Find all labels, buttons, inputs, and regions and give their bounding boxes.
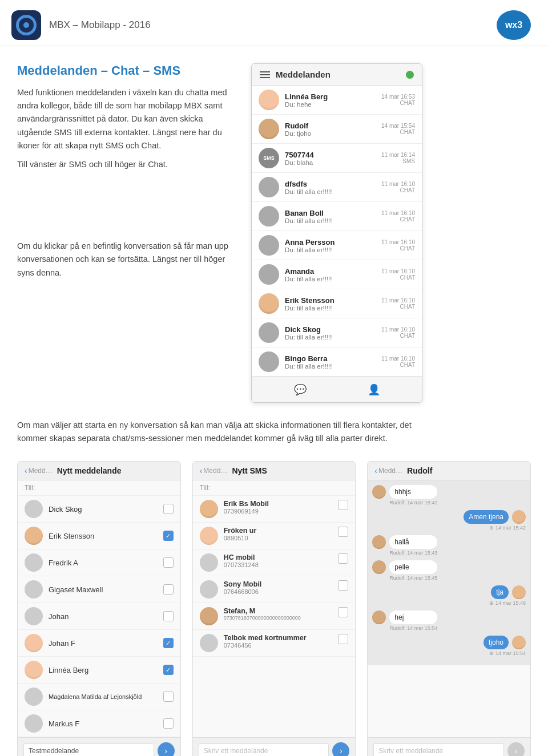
contact-item[interactable]: Markus F [18, 710, 180, 737]
avatar [372, 485, 386, 499]
phone-main-footer: 💬 👤 [252, 377, 422, 402]
checkbox[interactable] [163, 531, 174, 541]
back-button[interactable]: ‹ Medd… [374, 466, 402, 475]
sms-contact-item[interactable]: Telbok med kortnummer 07346456 [193, 630, 356, 657]
panel1-send-button[interactable]: › [158, 742, 175, 756]
panel3-body: hhhjs Rudolf, 14 mar 15:42 Amen tjena [368, 480, 530, 737]
panel2-header: ‹ Medd… Nytt SMS [193, 462, 356, 480]
sms-contact-item[interactable]: HC mobil 0707331248 [193, 549, 356, 576]
conv-info: 7507744 Du: blaha [285, 151, 376, 166]
panel3-title: Rudolf [407, 466, 432, 475]
list-item[interactable]: Dick Skog Du: till alla er!!!!! 11 mar 1… [252, 318, 422, 347]
contact-item[interactable]: Erik Stensson [18, 523, 180, 549]
middle-text: Om man väljer att starta en ny konversat… [17, 419, 417, 445]
checkbox[interactable] [163, 692, 174, 702]
checkbox[interactable] [163, 557, 174, 568]
list-item[interactable]: Anna Persson Du: till alla er!!!!! 11 ma… [252, 231, 422, 260]
avatar [200, 580, 218, 599]
chat-message: Amen tjena ⊕ 14 mar 15:42 [372, 510, 526, 531]
panel2-footer: Skriv ett meddelande › [193, 737, 356, 756]
panel3-header: ‹ Medd… Rudolf [368, 462, 530, 480]
section-title: Meddelanden – Chat – SMS [17, 63, 234, 78]
list-item[interactable]: Erik Stensson Du: till alla er!!!!! 11 m… [252, 289, 422, 318]
panel2-title: Nytt SMS [232, 466, 267, 475]
checkbox[interactable] [338, 580, 348, 591]
contact-item[interactable]: Johan [18, 603, 180, 630]
contact-item[interactable]: Fredrik A [18, 549, 180, 576]
to-label: Till: [193, 480, 356, 496]
sms-contact-item[interactable]: Sony Mobil 0764668006 [193, 576, 356, 603]
avatar [25, 688, 43, 706]
contact-item[interactable]: Linnéa Berg [18, 657, 180, 684]
avatar [25, 527, 43, 545]
avatar [25, 714, 43, 733]
panel3-send-button[interactable]: › [507, 742, 525, 756]
section-note: Till vänster är SMS och till höger är Ch… [17, 158, 234, 171]
chat-message: hallå Rudolf, 14 mar 15:43 [372, 535, 526, 556]
lower-text: Om du klickar på en befintlig konversati… [17, 240, 234, 280]
contact-item[interactable]: Gigaset Maxwell [18, 576, 180, 603]
contact-item[interactable]: Magdalena Matilda af Lejonskjöld [18, 684, 180, 710]
checkbox[interactable] [338, 553, 348, 564]
checkbox[interactable] [163, 504, 174, 514]
panel1-input[interactable]: Testmeddelande [23, 743, 154, 756]
hamburger-icon[interactable] [260, 71, 270, 78]
checkbox[interactable] [163, 611, 174, 621]
avatar [25, 634, 43, 652]
phone-main-header: Meddelanden [252, 64, 422, 86]
avatar [259, 235, 279, 256]
list-item[interactable]: Rudolf Du: tjoho 14 mar 15:54 CHAT [252, 115, 422, 144]
chat-message: pelle Rudolf, 14 mar 15:45 [372, 560, 526, 581]
phone-panels: ‹ Medd… Nytt meddelande Till: Dick Skog … [17, 461, 531, 756]
header-left: MBX – Mobilapp - 2016 [11, 10, 151, 40]
panel-chat-rudolf: ‹ Medd… Rudolf hhhjs Rudolf, 14 mar 15:4… [367, 461, 531, 756]
list-item[interactable]: dfsdfs Du: till alla er!!!!! 11 mar 16:1… [252, 173, 422, 202]
conv-info: Amanda Du: till alla er!!!!! [285, 267, 376, 282]
list-item[interactable]: Bingo Berra Du: till alla er!!!!! 11 mar… [252, 347, 422, 377]
avatar [25, 553, 43, 572]
chat-icon[interactable]: 👤 [366, 382, 382, 398]
avatar [259, 177, 279, 197]
list-item[interactable]: Amanda Du: till alla er!!!!! 11 mar 16:1… [252, 260, 422, 289]
panel-nytt-meddelande: ‹ Medd… Nytt meddelande Till: Dick Skog … [17, 461, 181, 756]
sms-icon[interactable]: 💬 [292, 382, 308, 398]
contact-item[interactable]: Johan F [18, 630, 180, 657]
panel1-body: Till: Dick Skog Erik Stensson Fredrik A [18, 480, 180, 737]
checkbox[interactable] [338, 607, 348, 617]
status-dot [406, 71, 414, 79]
avatar [372, 560, 386, 574]
list-item[interactable]: Banan Boll Du: till alla er!!!!! 11 mar … [252, 202, 422, 231]
checkbox[interactable] [163, 638, 174, 648]
phone-main-title: Meddelanden [276, 70, 400, 79]
panel3-footer: Skriv ett meddelande › [368, 737, 530, 756]
back-button[interactable]: ‹ Medd… [25, 466, 53, 475]
sms-contact-item[interactable]: Fröken ur 0890510 [193, 523, 356, 549]
list-item[interactable]: Linnéa Berg Du: hehe 14 mar 16:53 CHAT [252, 86, 422, 115]
checkbox[interactable] [163, 584, 174, 595]
checkbox[interactable] [163, 665, 174, 675]
back-button[interactable]: ‹ Medd… [200, 466, 228, 475]
mbx-logo [11, 10, 41, 40]
avatar [259, 119, 279, 139]
avatar [200, 527, 218, 545]
panel2-send-button[interactable]: › [332, 742, 349, 756]
chat-message: tja ⊕ 14 mar 15:46 [372, 585, 526, 606]
sms-contact-item[interactable]: Erik Bs Mobil 0739069149 [193, 496, 356, 523]
panel2-input[interactable]: Skriv ett meddelande [199, 743, 329, 756]
contact-item[interactable]: Dick Skog [18, 496, 180, 523]
section-intro: Med funktionen meddelanden i växeln kan … [17, 86, 234, 152]
sms-contact-item[interactable]: Stefan, M 073078160700000000000000000 [193, 603, 356, 630]
panel1-title: Nytt meddelande [57, 466, 122, 475]
list-item[interactable]: SMS 7507744 Du: blaha 11 mar 16:14 SMS [252, 144, 422, 173]
avatar [200, 634, 218, 652]
checkbox[interactable] [338, 527, 348, 537]
panel-nytt-sms: ‹ Medd… Nytt SMS Till: Erik Bs Mobil 073… [192, 461, 356, 756]
left-text-column: Meddelanden – Chat – SMS Med funktionen … [17, 63, 234, 403]
panel3-input[interactable]: Skriv ett meddelande [373, 743, 504, 756]
checkbox[interactable] [163, 718, 174, 729]
checkbox[interactable] [338, 634, 348, 644]
checkbox[interactable] [338, 500, 348, 510]
avatar [512, 636, 526, 649]
conv-info: Anna Persson Du: till alla er!!!!! [285, 238, 376, 253]
wx3-logo: wx3 [497, 10, 531, 40]
